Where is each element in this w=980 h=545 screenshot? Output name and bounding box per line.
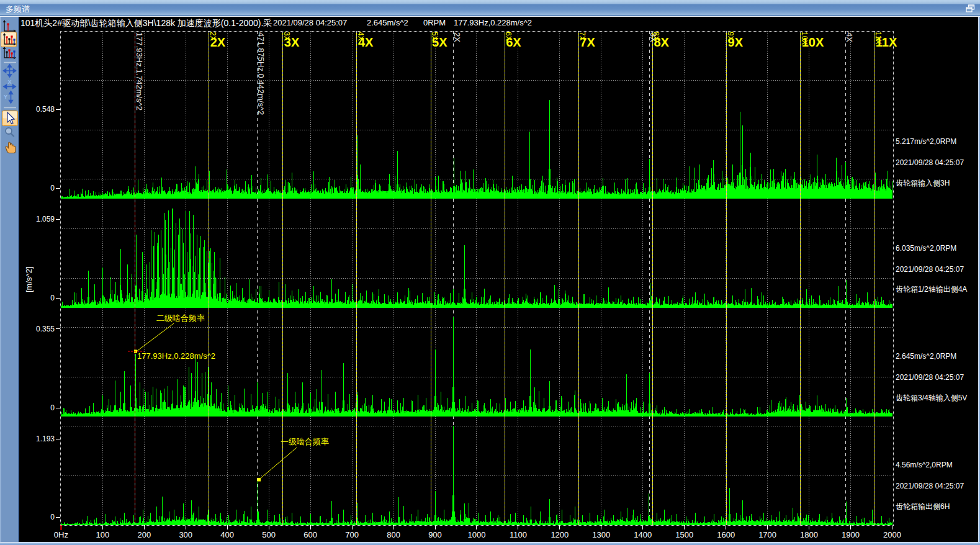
- svg-text:Y: Y: [4, 94, 7, 100]
- svg-text:X: X: [7, 79, 11, 85]
